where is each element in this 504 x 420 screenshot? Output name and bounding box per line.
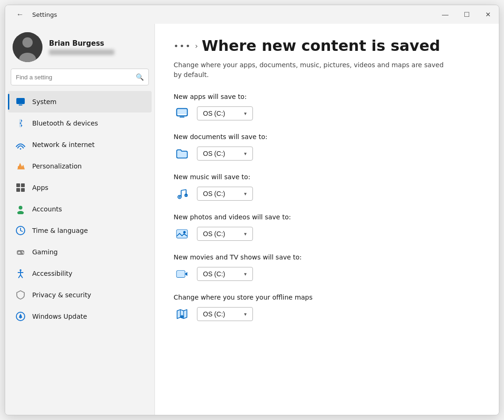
photos-save-dropdown[interactable]: OS (C:) ▾ [197,227,253,241]
svg-point-12 [19,206,22,210]
music-save-dropdown-arrow: ▾ [244,191,247,197]
save-row-music: OS (C:) ▾ [174,185,480,202]
privacy-icon [15,290,26,300]
titlebar-title: Settings [32,11,57,18]
content-area: Brian Burgess 🔍 System [5,24,499,415]
sidebar-item-label-bluetooth: Bluetooth & devices [32,119,98,127]
save-label-documents: New documents will save to: [174,133,480,140]
sidebar-item-bluetooth[interactable]: Bluetooth & devices [8,112,152,134]
sidebar-item-network[interactable]: Network & internet [8,134,152,155]
save-item-movies: New movies and TV shows will save to: OS… [174,253,480,282]
music-save-dropdown[interactable]: OS (C:) ▾ [197,187,253,201]
save-row-photos: OS (C:) ▾ [174,225,480,242]
movies-save-dropdown[interactable]: OS (C:) ▾ [197,267,253,281]
page-description: Change where your apps, documents, music… [174,60,444,80]
sidebar-item-label-accessibility: Accessibility [32,270,72,277]
svg-rect-38 [177,230,188,238]
apps-save-value: OS (C:) [203,110,225,117]
sidebar-item-label-system: System [32,98,56,105]
accessibility-icon [15,268,26,279]
back-button[interactable]: ← [13,7,28,22]
svg-rect-28 [177,109,188,114]
network-icon [15,140,26,150]
svg-point-39 [183,231,186,233]
user-email [49,49,114,55]
main-content: ••• › Where new content is saved Change … [154,24,499,415]
minimize-button[interactable]: — [434,5,456,24]
svg-rect-3 [16,98,25,104]
close-button[interactable]: ✕ [477,5,499,24]
sidebar: Brian Burgess 🔍 System [5,24,154,415]
sidebar-item-label-time: Time & language [32,227,88,234]
system-icon [15,97,26,107]
svg-point-18 [22,252,23,252]
svg-rect-41 [177,271,185,277]
svg-point-36 [185,195,187,196]
save-row-apps: OS (C:) ▾ [174,105,480,122]
svg-point-19 [23,252,24,253]
music-save-value: OS (C:) [203,190,225,197]
svg-rect-11 [21,188,25,192]
sidebar-item-apps[interactable]: Apps [8,177,152,198]
time-icon [15,225,26,236]
music-icon [174,185,190,202]
save-item-documents: New documents will save to: OS (C:) ▾ [174,133,480,162]
save-label-movies: New movies and TV shows will save to: [174,253,480,261]
map-icon [174,306,190,322]
personalization-icon [15,161,26,171]
accounts-icon [15,204,26,214]
photo-icon [174,225,190,242]
documents-save-dropdown[interactable]: OS (C:) ▾ [197,147,253,161]
maps-save-value: OS (C:) [203,310,225,318]
save-item-photos: New photos and videos will save to: OS (… [174,213,480,242]
sidebar-nav: System Bluetooth & devices Network & int… [5,91,154,327]
apps-save-dropdown[interactable]: OS (C:) ▾ [197,106,253,120]
sidebar-item-time[interactable]: Time & language [8,220,152,241]
sidebar-item-windows-update[interactable]: Windows Update [8,306,152,327]
user-name: Brian Burgess [49,39,114,48]
sidebar-item-accounts[interactable]: Accounts [8,198,152,220]
search-box[interactable]: 🔍 [11,69,149,85]
svg-rect-9 [21,183,25,187]
apps-icon [15,182,26,193]
sidebar-item-system[interactable]: System [8,91,152,112]
sidebar-item-privacy[interactable]: Privacy & security [8,284,152,306]
sidebar-item-accessibility[interactable]: Accessibility [8,263,152,284]
titlebar-left: ← Settings [13,7,57,22]
movies-save-value: OS (C:) [203,270,225,278]
svg-point-6 [20,148,21,150]
svg-line-24 [21,275,22,278]
svg-rect-27 [180,117,185,118]
maps-save-dropdown[interactable]: OS (C:) ▾ [197,307,253,321]
sidebar-item-label-personalization: Personalization [32,162,82,170]
svg-rect-17 [18,252,21,253]
svg-point-1 [22,37,33,48]
save-label-apps: New apps will save to: [174,93,480,100]
breadcrumb-arrow: › [195,42,198,50]
svg-rect-8 [16,183,20,187]
svg-rect-10 [16,188,20,192]
search-input[interactable] [16,74,132,81]
breadcrumb-dots: ••• [174,41,191,51]
save-row-documents: OS (C:) ▾ [174,145,480,162]
sidebar-item-label-apps: Apps [32,184,49,191]
svg-point-31 [179,196,181,198]
svg-rect-4 [19,105,22,105]
sidebar-item-personalization[interactable]: Personalization [8,155,152,177]
photos-save-dropdown-arrow: ▾ [244,231,247,237]
photos-save-value: OS (C:) [203,230,225,238]
save-item-maps: Change where you store your offline maps… [174,294,480,322]
maps-save-dropdown-arrow: ▾ [244,311,247,317]
maximize-button[interactable]: ☐ [456,5,477,24]
search-icon: 🔍 [136,73,144,81]
gaming-icon [15,247,26,257]
settings-window: ← Settings — ☐ ✕ Bria [5,5,499,415]
save-item-apps: New apps will save to: OS (C:) ▾ [174,93,480,122]
documents-save-dropdown-arrow: ▾ [244,151,247,157]
breadcrumb: ••• › Where new content is saved [174,37,480,55]
sidebar-item-gaming[interactable]: Gaming [8,241,152,263]
svg-point-20 [20,269,21,271]
user-info: Brian Burgess [49,39,114,55]
user-section: Brian Burgess [5,24,154,69]
documents-save-value: OS (C:) [203,150,225,157]
